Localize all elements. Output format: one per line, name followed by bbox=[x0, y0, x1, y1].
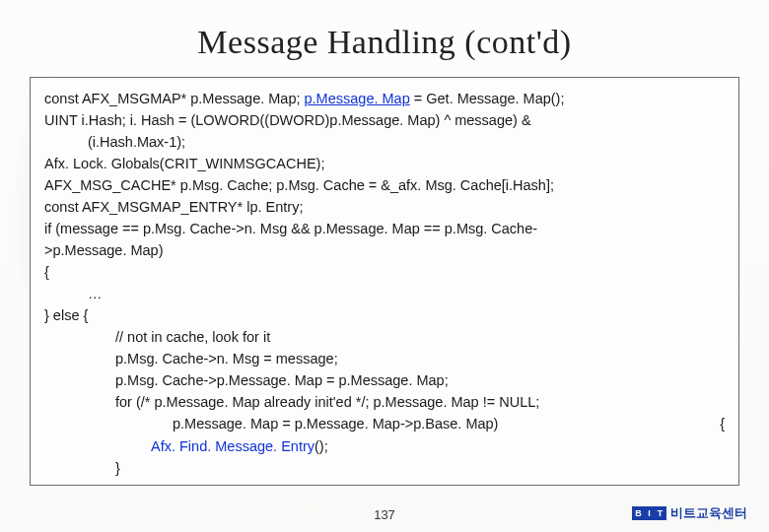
code-text: = Get. Message. Map(); bbox=[410, 91, 565, 106]
code-line: p.Msg. Cache->p.Message. Map = p.Message… bbox=[44, 369, 725, 391]
code-line: … bbox=[44, 283, 725, 304]
code-line: p.Msg. Cache->n. Msg = message; bbox=[44, 348, 725, 369]
code-line: for (/* p.Message. Map already init'ed *… bbox=[44, 391, 725, 413]
code-line: AFX_MSG_CACHE* p.Msg. Cache; p.Msg. Cach… bbox=[44, 174, 725, 196]
footer-logo: B I T 비트교육센터 bbox=[632, 504, 747, 522]
code-text: (); bbox=[315, 438, 328, 454]
code-text: { bbox=[720, 413, 725, 434]
code-line: p.Message. Map = p.Message. Map->p.Base.… bbox=[44, 413, 725, 434]
logo-char: T bbox=[656, 507, 665, 519]
code-highlight: Afx. Find. Message. Entry bbox=[151, 438, 315, 454]
code-line: } bbox=[44, 457, 725, 479]
code-line: Afx. Find. Message. Entry(); bbox=[44, 435, 725, 457]
code-line: Afx. Lock. Globals(CRIT_WINMSGCACHE); bbox=[44, 153, 725, 174]
footer-text: 비트교육센터 bbox=[670, 504, 747, 522]
logo-icon: B I T bbox=[632, 506, 666, 520]
logo-char: I bbox=[645, 507, 655, 519]
page-number: 137 bbox=[374, 507, 395, 522]
code-line: // not in cache, look for it bbox=[44, 326, 725, 348]
code-text: p.Message. Map = p.Message. Map->p.Base.… bbox=[44, 413, 498, 434]
slide: Message Handling (cont'd) const AFX_MSGM… bbox=[0, 0, 769, 532]
code-block: const AFX_MSGMAP* p.Message. Map; p.Mess… bbox=[30, 77, 739, 486]
code-line: UINT i.Hash; i. Hash = (LOWORD((DWORD)p.… bbox=[44, 109, 725, 131]
code-line: if (message == p.Msg. Cache->n. Msg && p… bbox=[44, 218, 725, 239]
code-line: >p.Message. Map) bbox=[44, 239, 725, 261]
code-line: const AFX_MSGMAP_ENTRY* lp. Entry; bbox=[44, 196, 725, 218]
code-line: (i.Hash.Max-1); bbox=[44, 131, 725, 153]
slide-title: Message Handling (cont'd) bbox=[24, 24, 745, 61]
code-line: const AFX_MSGMAP* p.Message. Map; p.Mess… bbox=[44, 88, 725, 109]
code-line: } else { bbox=[44, 304, 725, 326]
code-line: { bbox=[44, 261, 725, 283]
code-text: const AFX_MSGMAP* p.Message. Map; bbox=[44, 91, 305, 106]
code-highlight: p.Message. Map bbox=[305, 91, 410, 106]
logo-char: B bbox=[634, 507, 644, 519]
